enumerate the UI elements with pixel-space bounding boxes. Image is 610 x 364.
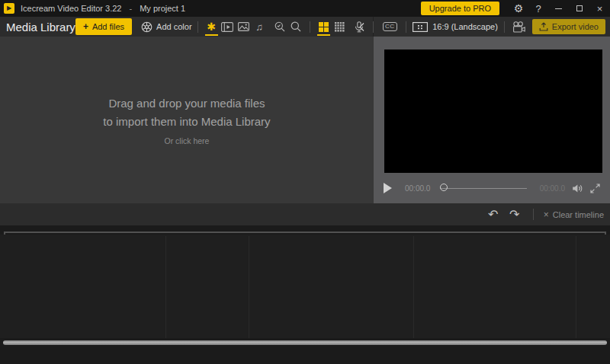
aspect-ratio-label: 16:9 (Landscape) [432, 22, 498, 31]
voiceover-button[interactable] [351, 18, 367, 36]
maximize-icon [576, 5, 583, 11]
clear-timeline-button[interactable]: × Clear timeline [544, 210, 604, 219]
subtitles-button[interactable]: CC [380, 18, 400, 36]
total-time: 00:00.0 [540, 184, 565, 193]
color-wheel-icon [141, 21, 152, 33]
toolbar-divider [406, 21, 406, 33]
project-name: My project 1 [140, 4, 185, 13]
video-file-icon [221, 22, 233, 32]
export-video-button[interactable]: Export video [532, 19, 605, 34]
export-video-label: Export video [552, 22, 599, 31]
timeline-gridline [413, 236, 414, 338]
toolbar-divider [373, 21, 374, 33]
close-button[interactable]: × [589, 0, 610, 17]
large-grid-icon [319, 22, 329, 32]
app-title: Icecream Video Editor 3.22 [21, 4, 121, 13]
add-files-label: Add files [92, 22, 124, 31]
play-button[interactable] [384, 183, 392, 193]
volume-button[interactable] [572, 184, 583, 193]
toolbar: Media Library + Add files Add color ✱ [0, 17, 610, 37]
star-icon: ✱ [207, 21, 216, 32]
add-files-button[interactable]: + Add files [75, 18, 132, 35]
filter-all-tab[interactable]: ✱ [204, 18, 220, 36]
filter-videos-tab[interactable] [220, 18, 236, 36]
media-library-toolbar: Media Library + Add files Add color ✱ [0, 17, 374, 37]
dropzone-text-line2: to import them into Media Library [103, 113, 270, 130]
filter-images-tab[interactable] [236, 18, 252, 36]
seek-track [440, 188, 526, 189]
title-separator: - [129, 4, 132, 13]
video-preview-screen [384, 49, 602, 173]
timeline-panel [0, 225, 610, 364]
preview-panel: 00:00.0 00:00.0 [374, 37, 610, 203]
view-large-grid-button[interactable] [316, 18, 332, 36]
fullscreen-button[interactable] [590, 184, 600, 193]
microphone-icon [354, 21, 364, 33]
export-upload-icon [539, 22, 548, 31]
minimize-button[interactable] [548, 0, 569, 17]
magnifier-check-icon [274, 21, 285, 32]
seek-slider[interactable] [440, 183, 526, 193]
help-button[interactable]: ? [528, 0, 548, 17]
timeline-ruler [4, 231, 606, 233]
film-camera-icon [512, 21, 525, 33]
search-icon [291, 21, 301, 32]
cc-icon: CC [383, 22, 397, 32]
dropzone-text-line1: Drag and drop your media files [108, 94, 265, 112]
minimize-icon [555, 8, 562, 9]
toolbar-divider [310, 21, 310, 33]
view-small-grid-button[interactable] [332, 18, 348, 36]
redo-button[interactable]: ↷ [506, 209, 523, 221]
timeline-gridline [249, 236, 249, 338]
clear-x-icon: × [544, 210, 549, 219]
media-dropzone[interactable]: Drag and drop your media files to import… [0, 37, 374, 203]
history-bar: ↶ ↷ × Clear timeline [0, 203, 610, 225]
timeline-gridline [576, 236, 576, 338]
timeline-tracks[interactable] [0, 235, 610, 338]
title-bar: ▶ Icecream Video Editor 3.22 - My projec… [0, 0, 610, 17]
app-logo-icon: ▶ [4, 3, 14, 14]
clear-timeline-label: Clear timeline [553, 210, 604, 219]
aspect-ratio-selector[interactable]: 16:9 (Landscape) [413, 22, 498, 32]
search-button[interactable] [288, 18, 304, 36]
settings-gear-icon[interactable]: ⚙ [509, 0, 528, 17]
history-divider [533, 209, 534, 220]
maximize-button[interactable] [569, 0, 589, 17]
add-color-button[interactable]: Add color [141, 21, 191, 33]
media-library-title: Media Library [6, 21, 75, 34]
small-grid-icon [335, 22, 345, 32]
zoom-thumbnails-button[interactable] [272, 18, 288, 36]
timeline-horizontal-scrollbar[interactable] [3, 340, 607, 345]
video-camera-button[interactable] [511, 18, 527, 36]
seek-handle[interactable] [440, 184, 448, 191]
undo-button[interactable]: ↶ [485, 209, 502, 221]
dropzone-click-here-link[interactable]: Or click here [165, 136, 210, 145]
aspect-ratio-icon [413, 22, 428, 32]
playback-controls: 00:00.0 00:00.0 [374, 173, 610, 203]
music-note-icon: ♫ [255, 22, 263, 32]
timeline-gridline [165, 236, 166, 338]
filter-audio-tab[interactable]: ♫ [252, 18, 268, 36]
current-time: 00:00.0 [405, 184, 430, 193]
toolbar-divider [197, 21, 198, 33]
content-row: Drag and drop your media files to import… [0, 37, 610, 203]
toolbar-divider [504, 21, 505, 33]
player-toolbar: CC 16:9 (Landscape) [374, 17, 610, 37]
plus-icon: + [83, 21, 88, 32]
upgrade-to-pro-button[interactable]: Upgrade to PRO [421, 2, 499, 15]
add-color-label: Add color [156, 22, 191, 31]
image-file-icon [238, 22, 249, 31]
